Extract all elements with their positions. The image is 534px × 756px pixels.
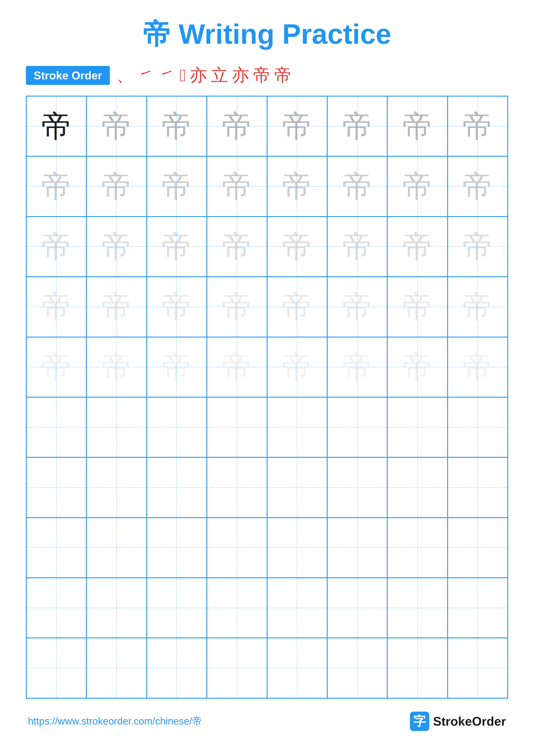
grid-cell[interactable] [327, 638, 387, 698]
grid-cell[interactable] [207, 457, 267, 517]
grid-cell[interactable]: 帝 [387, 277, 447, 337]
grid-cell[interactable] [327, 457, 387, 517]
grid-cell[interactable]: 帝 [87, 217, 146, 277]
grid-cell[interactable] [147, 397, 207, 457]
grid-cell[interactable] [267, 397, 327, 457]
grid-cell[interactable]: 帝 [26, 337, 87, 397]
grid-cell[interactable] [267, 638, 327, 698]
grid-cell[interactable] [87, 578, 146, 638]
grid-cell[interactable]: 帝 [387, 217, 447, 277]
grid-cell[interactable] [207, 638, 267, 698]
grid-cell[interactable]: 帝 [447, 337, 508, 397]
grid-cell[interactable] [207, 578, 267, 638]
grid-cell[interactable] [447, 397, 508, 457]
grid-cell[interactable] [147, 518, 207, 578]
grid-cell[interactable] [267, 457, 327, 517]
grid-cell[interactable]: 帝 [87, 277, 146, 337]
grid-cell[interactable]: 帝 [26, 217, 87, 277]
title-suffix: Writing Practice [171, 18, 391, 50]
stroke-sequence: 、 ㇀ ㇀ 𠃍 亦 立 亦 帝 帝 [116, 64, 292, 87]
grid-cell[interactable]: 帝 [207, 277, 267, 337]
grid-cell[interactable]: 帝 [147, 156, 207, 216]
grid-cell[interactable]: 帝 [207, 337, 267, 397]
grid-cell[interactable] [26, 578, 87, 638]
grid-cell[interactable]: 帝 [447, 96, 508, 156]
stroke-order-row: Stroke Order 、 ㇀ ㇀ 𠃍 亦 立 亦 帝 帝 [26, 64, 508, 87]
footer: https://www.strokeorder.com/chinese/帝 字 … [26, 712, 508, 731]
grid-cell[interactable] [26, 397, 87, 457]
grid-cell[interactable] [26, 638, 87, 698]
grid-cell[interactable] [267, 578, 327, 638]
grid-cell[interactable]: 帝 [447, 217, 508, 277]
grid-cell[interactable] [327, 578, 387, 638]
grid-cell[interactable] [26, 457, 87, 517]
grid-cell[interactable]: 帝 [327, 96, 387, 156]
grid-cell[interactable] [26, 518, 87, 578]
grid-cell[interactable]: 帝 [267, 217, 327, 277]
footer-brand: 字 StrokeOrder [410, 712, 506, 731]
grid-cell[interactable] [147, 457, 207, 517]
grid-cell[interactable]: 帝 [87, 156, 146, 216]
grid-cell[interactable] [387, 457, 447, 517]
brand-name: StrokeOrder [433, 714, 506, 728]
grid-cell[interactable] [87, 638, 146, 698]
grid-cell[interactable]: 帝 [267, 337, 327, 397]
grid-cell[interactable]: 帝 [207, 156, 267, 216]
grid-cell[interactable]: 帝 [387, 337, 447, 397]
grid-cell[interactable]: 帝 [87, 96, 146, 156]
grid-cell[interactable] [447, 578, 508, 638]
grid-cell[interactable]: 帝 [26, 156, 87, 216]
grid-cell[interactable]: 帝 [267, 156, 327, 216]
grid-cell[interactable]: 帝 [147, 217, 207, 277]
page: 帝 Writing Practice Stroke Order 、 ㇀ ㇀ 𠃍 … [0, 0, 534, 756]
grid-cell[interactable] [387, 578, 447, 638]
grid-cell[interactable] [207, 518, 267, 578]
page-title: 帝 Writing Practice [143, 17, 391, 51]
grid-cell[interactable]: 帝 [267, 96, 327, 156]
grid-cell[interactable]: 帝 [327, 156, 387, 216]
grid-cell[interactable] [87, 397, 146, 457]
grid-cell[interactable]: 帝 [327, 277, 387, 337]
grid-cell[interactable]: 帝 [26, 277, 87, 337]
grid-cell[interactable] [447, 457, 508, 517]
grid-cell[interactable] [447, 638, 508, 698]
grid-cell[interactable]: 帝 [387, 96, 447, 156]
grid-cell[interactable]: 帝 [267, 277, 327, 337]
grid-cell[interactable] [387, 397, 447, 457]
grid-cell[interactable]: 帝 [327, 337, 387, 397]
grid-cell[interactable]: 帝 [447, 277, 508, 337]
title-char: 帝 [143, 18, 171, 50]
grid-cell[interactable] [387, 518, 447, 578]
grid-cell[interactable] [327, 397, 387, 457]
grid-cell[interactable] [387, 638, 447, 698]
grid-cell[interactable]: 帝 [87, 337, 146, 397]
grid-cell[interactable] [327, 518, 387, 578]
grid-cell[interactable] [207, 397, 267, 457]
footer-url[interactable]: https://www.strokeorder.com/chinese/帝 [28, 715, 202, 728]
grid-cell[interactable] [147, 638, 207, 698]
stroke-order-badge: Stroke Order [26, 66, 110, 85]
grid-cell[interactable] [147, 578, 207, 638]
grid-cell[interactable]: 帝 [147, 96, 207, 156]
grid-cell[interactable]: 帝 [147, 277, 207, 337]
grid-cell[interactable] [87, 457, 146, 517]
brand-icon: 字 [410, 712, 429, 731]
grid-cell[interactable]: 帝 [26, 96, 87, 156]
grid-cell[interactable]: 帝 [207, 217, 267, 277]
practice-grid: 帝 帝 帝 帝 帝 帝 帝 帝 帝 帝 帝 [26, 96, 508, 699]
grid-cell[interactable]: 帝 [447, 156, 508, 216]
grid-cell[interactable]: 帝 [207, 96, 267, 156]
grid-cell[interactable]: 帝 [147, 337, 207, 397]
grid-cell[interactable]: 帝 [387, 156, 447, 216]
grid-cell[interactable] [267, 518, 327, 578]
grid-cell[interactable] [447, 518, 508, 578]
grid-cell[interactable]: 帝 [327, 217, 387, 277]
grid-cell[interactable] [87, 518, 146, 578]
